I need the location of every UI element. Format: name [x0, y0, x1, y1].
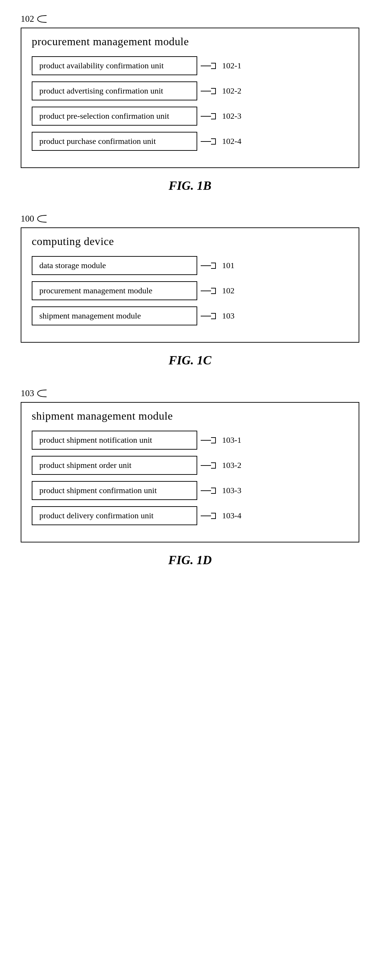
fig1b-connector-line-3 — [201, 116, 211, 117]
fig1c-ref-number: 100 — [21, 213, 34, 224]
fig1b-connector-line-1 — [201, 65, 211, 66]
fig1c-unit-box-3: shipment management module — [32, 306, 197, 325]
fig1c-connector-line-1 — [201, 266, 211, 266]
fig1c-section: 100 computing device data storage module… — [21, 213, 359, 368]
fig1b-unit-box-3: product pre-selection confirmation unit — [32, 107, 197, 126]
fig1d-ref-bracket-icon — [34, 388, 48, 398]
fig1b-unit-connector-4 — [201, 138, 216, 145]
fig1c-unit-connector-2 — [201, 288, 216, 294]
fig1c-connector-bracket-2 — [211, 288, 216, 294]
fig1d-unit-connector-3 — [201, 488, 216, 494]
fig1b-unit-box-2: product advertising confirmation unit — [32, 81, 197, 100]
fig1d-unit-ref-1: 103-1 — [222, 436, 241, 445]
fig1c-unit-row-2: procurement management module 102 — [32, 281, 348, 300]
fig1b-unit-label-3: product pre-selection confirmation unit — [39, 111, 169, 121]
fig1b-unit-ref-2: 102-2 — [222, 86, 241, 95]
fig1c-connector-bracket-3 — [211, 313, 216, 319]
fig1d-module-box: shipment management module product shipm… — [21, 402, 359, 542]
fig1d-connector-line-3 — [201, 490, 211, 491]
fig1c-unit-connector-1 — [201, 262, 216, 269]
fig1c-connector-line-3 — [201, 316, 211, 317]
fig1b-connector-line-4 — [201, 141, 211, 142]
fig1c-unit-row-3: shipment management module 103 — [32, 306, 348, 325]
fig1d-unit-row-3: product shipment confirmation unit 103-3 — [32, 481, 348, 500]
fig1d-connector-bracket-3 — [211, 488, 216, 494]
fig1b-connector-bracket-4 — [211, 138, 216, 145]
fig1d-ref-number: 103 — [21, 388, 34, 399]
fig1b-unit-ref-3: 102-3 — [222, 111, 241, 121]
fig1d-ref-header: 103 — [21, 388, 359, 399]
fig1c-unit-row-1: data storage module 101 — [32, 256, 348, 275]
fig1d-unit-ref-4: 103-4 — [222, 511, 241, 520]
fig1c-unit-ref-3: 103 — [222, 311, 234, 321]
fig1b-ref-number: 102 — [21, 14, 34, 24]
fig1c-unit-label-3: shipment management module — [39, 311, 141, 320]
fig1b-unit-connector-3 — [201, 113, 216, 119]
fig1d-unit-box-1: product shipment notification unit — [32, 431, 197, 450]
fig1c-ref-header: 100 — [21, 213, 359, 224]
fig1d-unit-label-2: product shipment order unit — [39, 461, 131, 469]
fig1c-connector-line-2 — [201, 291, 211, 291]
fig1b-unit-label-2: product advertising confirmation unit — [39, 86, 163, 95]
fig1b-unit-ref-4: 102-4 — [222, 137, 241, 146]
fig1d-caption: FIG. 1D — [21, 553, 359, 567]
fig1b-connector-line-2 — [201, 91, 211, 91]
fig1c-unit-connector-3 — [201, 313, 216, 319]
fig1b-unit-label-4: product purchase confirmation unit — [39, 137, 156, 146]
fig1d-unit-box-3: product shipment confirmation unit — [32, 481, 197, 500]
fig1d-unit-label-4: product delivery confirmation unit — [39, 511, 154, 520]
fig1d-unit-box-4: product delivery confirmation unit — [32, 506, 197, 525]
fig1b-unit-box-4: product purchase confirmation unit — [32, 132, 197, 151]
fig1b-unit-connector-2 — [201, 88, 216, 94]
fig1b-unit-row-4: product purchase confirmation unit 102-4 — [32, 132, 348, 151]
fig1c-unit-ref-2: 102 — [222, 286, 234, 295]
fig1b-ref-header: 102 — [21, 14, 359, 24]
fig1c-unit-box-2: procurement management module — [32, 281, 197, 300]
fig1c-module-title: computing device — [32, 235, 348, 248]
fig1d-unit-connector-4 — [201, 513, 216, 519]
fig1d-unit-connector-1 — [201, 437, 216, 444]
fig1d-unit-connector-2 — [201, 462, 216, 469]
fig1c-unit-label-2: procurement management module — [39, 286, 152, 295]
fig1b-unit-row-2: product advertising confirmation unit 10… — [32, 81, 348, 100]
fig1c-unit-box-1: data storage module — [32, 256, 197, 275]
fig1c-ref-bracket-icon — [34, 214, 48, 224]
fig1b-module-box: procurement management module product av… — [21, 28, 359, 168]
fig1d-unit-label-1: product shipment notification unit — [39, 436, 152, 444]
fig1b-unit-row-3: product pre-selection confirmation unit … — [32, 107, 348, 126]
fig1d-module-title: shipment management module — [32, 410, 348, 422]
fig1d-unit-box-2: product shipment order unit — [32, 456, 197, 475]
fig1d-unit-row-2: product shipment order unit 103-2 — [32, 456, 348, 475]
fig1d-unit-label-3: product shipment confirmation unit — [39, 486, 157, 495]
fig1b-unit-box-1: product availability confirmation unit — [32, 56, 197, 75]
fig1c-connector-bracket-1 — [211, 262, 216, 269]
fig1b-connector-bracket-1 — [211, 63, 216, 69]
fig1d-unit-ref-2: 103-2 — [222, 461, 241, 470]
fig1d-connector-bracket-1 — [211, 437, 216, 444]
fig1b-module-title: procurement management module — [32, 35, 348, 48]
fig1d-connector-line-1 — [201, 440, 211, 441]
fig1b-connector-bracket-3 — [211, 113, 216, 119]
fig1b-unit-row-1: product availability confirmation unit 1… — [32, 56, 348, 75]
fig1b-unit-label-1: product availability confirmation unit — [39, 61, 164, 70]
fig1c-module-box: computing device data storage module 101… — [21, 228, 359, 343]
fig1d-unit-ref-3: 103-3 — [222, 486, 241, 495]
fig1d-connector-bracket-4 — [211, 513, 216, 519]
fig1d-connector-line-4 — [201, 515, 211, 516]
fig1b-unit-ref-1: 102-1 — [222, 61, 241, 70]
fig1c-unit-label-1: data storage module — [39, 261, 106, 270]
fig1c-unit-ref-1: 101 — [222, 261, 234, 270]
fig1b-ref-bracket-icon — [34, 14, 48, 24]
fig1d-section: 103 shipment management module product s… — [21, 388, 359, 567]
fig1d-connector-bracket-2 — [211, 462, 216, 469]
fig1d-connector-line-2 — [201, 465, 211, 466]
fig1d-unit-row-4: product delivery confirmation unit 103-4 — [32, 506, 348, 525]
fig1b-unit-connector-1 — [201, 63, 216, 69]
fig1b-section: 102 procurement management module produc… — [21, 14, 359, 193]
fig1b-connector-bracket-2 — [211, 88, 216, 94]
fig1c-caption: FIG. 1C — [21, 353, 359, 368]
fig1d-unit-row-1: product shipment notification unit 103-1 — [32, 431, 348, 450]
fig1b-caption: FIG. 1B — [21, 178, 359, 193]
